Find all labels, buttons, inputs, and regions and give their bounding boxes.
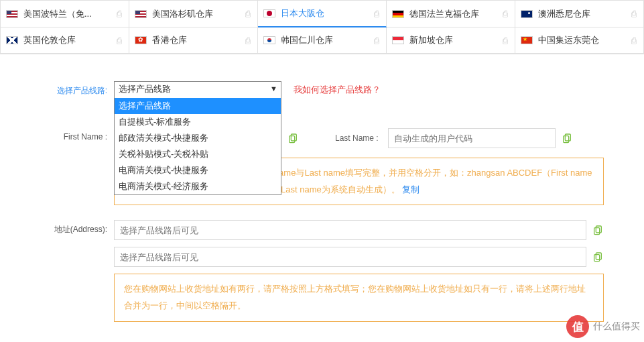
address-note: 您在购物网站上收货地址如有两行，请严格按照上方格式填写；您在购物网站上收货地址如…	[114, 274, 604, 321]
tab-row-1: 美国波特兰（免...⎙ 美国洛杉矶仓库⎙ 日本大阪仓⎙ 德国法兰克福仓库⎙ 澳洲…	[1, 1, 643, 27]
first-name-label: First Name :	[47, 128, 114, 141]
flag-hk-icon	[135, 36, 147, 44]
svg-rect-1	[289, 136, 295, 143]
watermark-text: 什么值得买	[593, 321, 640, 333]
bookmark-icon: ⎙	[374, 36, 379, 46]
tab-sg[interactable]: 新加坡仓库⎙	[387, 27, 515, 53]
route-option[interactable]: 选择产品线路	[115, 98, 281, 114]
bookmark-icon: ⎙	[117, 9, 122, 19]
row-route: 选择产品线路: 选择产品线路 ▼ 选择产品线路 自提模式-标准服务 邮政清关模式…	[47, 81, 604, 99]
copy-icon[interactable]	[592, 251, 604, 263]
bookmark-icon: ⎙	[245, 36, 251, 46]
bookmark-icon: ⎙	[631, 36, 637, 46]
row-address: 地址(Address): 您在购物网站上收货地址如有两行，请严格按照上方格式填写…	[47, 220, 604, 321]
route-option[interactable]: 电商清关模式-快捷服务	[115, 162, 281, 178]
tab-label: 韩国仁川仓库	[281, 34, 333, 46]
route-option[interactable]: 邮政清关模式-快捷服务	[115, 130, 281, 146]
tab-label: 澳洲悉尼仓库	[538, 8, 590, 20]
tab-de-frankfurt[interactable]: 德国法兰克福仓库⎙	[387, 1, 515, 27]
tab-kr-incheon[interactable]: 韩国仁川仓库⎙	[258, 27, 387, 53]
tab-au-sydney[interactable]: 澳洲悉尼仓库⎙	[515, 1, 643, 27]
flag-cn-icon	[521, 36, 533, 44]
svg-rect-5	[594, 228, 600, 235]
svg-rect-4	[596, 226, 601, 233]
tab-label: 新加坡仓库	[409, 34, 453, 46]
route-selected-text: 选择产品线路	[119, 84, 171, 94]
bookmark-icon: ⎙	[374, 9, 379, 19]
tab-label: 中国集运东莞仓	[538, 34, 599, 46]
flag-au-icon	[521, 10, 533, 18]
address-form: 选择产品线路: 选择产品线路 ▼ 选择产品线路 自提模式-标准服务 邮政清关模式…	[0, 54, 644, 322]
bookmark-icon: ⎙	[503, 9, 508, 19]
watermark-icon: 值	[566, 315, 589, 338]
route-select-wrap: 选择产品线路 ▼ 选择产品线路 自提模式-标准服务 邮政清关模式-快捷服务 关税…	[114, 81, 281, 99]
warehouse-tabs: 美国波特兰（免...⎙ 美国洛杉矶仓库⎙ 日本大阪仓⎙ 德国法兰克福仓库⎙ 澳洲…	[0, 0, 644, 54]
copy-icon[interactable]	[561, 132, 573, 144]
tab-label: 日本大阪仓	[281, 7, 324, 19]
address-label: 地址(Address):	[47, 220, 114, 235]
copy-link[interactable]: 复制	[402, 184, 420, 194]
copy-icon[interactable]	[287, 132, 299, 144]
last-name-input[interactable]	[388, 128, 556, 148]
route-label: 选择产品线路:	[47, 81, 114, 97]
address-line2-input[interactable]	[114, 247, 586, 267]
tab-jp-osaka[interactable]: 日本大阪仓⎙	[258, 1, 387, 27]
route-option[interactable]: 自提模式-标准服务	[115, 114, 281, 130]
bookmark-icon: ⎙	[245, 9, 251, 19]
tab-label: 美国洛杉矶仓库	[152, 8, 213, 20]
watermark: 值 什么值得买	[566, 315, 640, 338]
flag-us-icon	[6, 10, 18, 18]
bookmark-icon: ⎙	[117, 36, 122, 46]
last-name-label: Last Name :	[304, 133, 383, 143]
tab-us-portland[interactable]: 美国波特兰（免...⎙	[1, 1, 129, 27]
flag-uk-icon	[6, 36, 18, 44]
flag-jp-icon	[263, 9, 275, 17]
tab-label: 香港仓库	[152, 34, 187, 46]
svg-rect-3	[563, 136, 568, 143]
flag-de-icon	[392, 10, 404, 18]
tab-label: 德国法兰克福仓库	[409, 8, 479, 20]
svg-rect-2	[565, 134, 570, 141]
flag-sg-icon	[392, 36, 404, 44]
copy-icon[interactable]	[592, 224, 604, 236]
bookmark-icon: ⎙	[503, 36, 508, 46]
tab-us-la[interactable]: 美国洛杉矶仓库⎙	[129, 1, 258, 27]
tab-hk[interactable]: 香港仓库⎙	[129, 27, 258, 53]
tab-label: 美国波特兰（免...	[23, 8, 92, 20]
svg-rect-7	[594, 255, 600, 262]
address-line1-input[interactable]	[114, 220, 586, 240]
tab-row-2: 英国伦敦仓库⎙ 香港仓库⎙ 韩国仁川仓库⎙ 新加坡仓库⎙ 中国集运东莞仓⎙	[1, 27, 643, 53]
route-select[interactable]: 选择产品线路	[114, 81, 281, 99]
bookmark-icon: ⎙	[631, 9, 637, 19]
tab-label: 英国伦敦仓库	[23, 34, 76, 46]
tab-uk-london[interactable]: 英国伦敦仓库⎙	[1, 27, 129, 53]
flag-kr-icon	[263, 36, 275, 44]
route-option[interactable]: 关税补贴模式-关税补贴	[115, 146, 281, 162]
svg-rect-0	[291, 134, 296, 141]
route-help-link[interactable]: 我如何选择产品线路？	[294, 84, 381, 96]
route-dropdown: 选择产品线路 自提模式-标准服务 邮政清关模式-快捷服务 关税补贴模式-关税补贴…	[114, 98, 281, 195]
route-option[interactable]: 电商清关模式-经济服务	[115, 178, 281, 194]
svg-rect-6	[596, 253, 601, 260]
tab-cn-dongguan[interactable]: 中国集运东莞仓⎙	[515, 27, 643, 53]
flag-us-icon	[135, 10, 147, 18]
